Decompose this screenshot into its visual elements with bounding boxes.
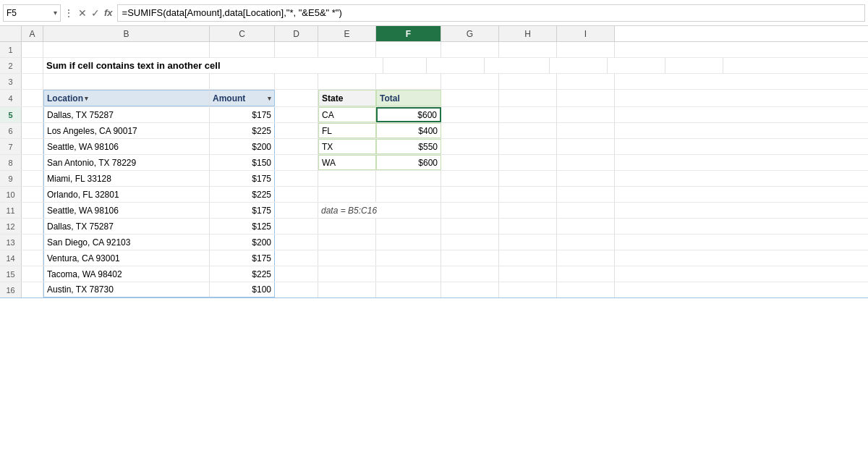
col-header-e[interactable]: E: [318, 26, 376, 41]
cell-i14[interactable]: [557, 250, 615, 266]
cell-d6[interactable]: [275, 123, 318, 138]
cell-e7[interactable]: TX: [318, 139, 376, 154]
cell-e6[interactable]: FL: [318, 123, 376, 138]
cell-d3[interactable]: [275, 74, 318, 89]
cell-c7[interactable]: $200: [210, 139, 275, 154]
cell-f3[interactable]: [376, 74, 441, 89]
formula-confirm-icon[interactable]: ✓: [91, 7, 100, 19]
cell-h1[interactable]: [499, 42, 557, 57]
cell-f8[interactable]: $600: [376, 155, 441, 170]
cell-b7[interactable]: Seattle, WA 98106: [43, 139, 210, 154]
cell-h6[interactable]: [499, 123, 557, 138]
cell-h9[interactable]: [499, 171, 557, 186]
cell-e9[interactable]: [318, 171, 376, 186]
cell-g9[interactable]: [441, 171, 499, 186]
cell-e5[interactable]: CA: [318, 107, 376, 122]
cell-h4[interactable]: [499, 90, 557, 106]
cell-b11[interactable]: Seattle, WA 98106: [43, 203, 210, 218]
formula-input[interactable]: =SUMIFS(data[Amount],data[Location],"*, …: [117, 4, 865, 22]
cell-i6[interactable]: [557, 123, 615, 138]
cell-b6[interactable]: Los Angeles, CA 90017: [43, 123, 210, 138]
cell-c16[interactable]: $100: [210, 282, 275, 297]
cell-c9[interactable]: $175: [210, 171, 275, 186]
cell-c11[interactable]: $175: [210, 203, 275, 218]
cell-a3[interactable]: [22, 74, 43, 89]
cell-h13[interactable]: [499, 235, 557, 250]
cell-a10[interactable]: [22, 187, 43, 202]
cell-b13[interactable]: San Diego, CA 92103: [43, 235, 210, 250]
cell-f2[interactable]: [485, 58, 550, 73]
cell-c12[interactable]: $125: [210, 219, 275, 234]
cell-b9[interactable]: Miami, FL 33128: [43, 171, 210, 186]
cell-i9[interactable]: [557, 171, 615, 186]
cell-g14[interactable]: [441, 250, 499, 266]
col-header-b[interactable]: B: [43, 26, 210, 41]
cell-d8[interactable]: [275, 155, 318, 170]
cell-g16[interactable]: [441, 282, 499, 297]
cell-a14[interactable]: [22, 250, 43, 266]
cell-d12[interactable]: [275, 219, 318, 234]
cell-b3[interactable]: [43, 74, 210, 89]
cell-c1[interactable]: [210, 42, 275, 57]
col-header-i[interactable]: I: [557, 26, 615, 41]
cell-f1[interactable]: [376, 42, 441, 57]
cell-b14[interactable]: Ventura, CA 93001: [43, 250, 210, 266]
cell-h7[interactable]: [499, 139, 557, 154]
cell-d11[interactable]: [275, 203, 318, 218]
col-header-c[interactable]: C: [210, 26, 275, 41]
cell-e4-state-header[interactable]: State: [318, 90, 376, 106]
cell-i15[interactable]: [557, 266, 615, 282]
cell-i10[interactable]: [557, 187, 615, 202]
cell-f13[interactable]: [376, 235, 441, 250]
cell-g2[interactable]: [550, 58, 608, 73]
cell-a4[interactable]: [22, 90, 43, 106]
cell-i7[interactable]: [557, 139, 615, 154]
col-header-h[interactable]: H: [499, 26, 557, 41]
col-header-d[interactable]: D: [275, 26, 318, 41]
cell-c4-amount-header[interactable]: Amount ▾: [210, 90, 275, 106]
cell-b16[interactable]: Austin, TX 78730: [43, 282, 210, 297]
cell-e3[interactable]: [318, 74, 376, 89]
cell-a1[interactable]: [22, 42, 43, 57]
col-header-f[interactable]: F: [376, 26, 441, 41]
cell-i16[interactable]: [557, 282, 615, 297]
col-header-g[interactable]: G: [441, 26, 499, 41]
cell-d1[interactable]: [275, 42, 318, 57]
cell-e14[interactable]: [318, 250, 376, 266]
cell-e13[interactable]: [318, 235, 376, 250]
cell-f12[interactable]: [376, 219, 441, 234]
cell-c13[interactable]: $200: [210, 235, 275, 250]
cell-b5[interactable]: Dallas, TX 75287: [43, 107, 210, 122]
cell-a12[interactable]: [22, 219, 43, 234]
cell-d16[interactable]: [275, 282, 318, 297]
cell-i4[interactable]: [557, 90, 615, 106]
cell-g13[interactable]: [441, 235, 499, 250]
cell-i5[interactable]: [557, 107, 615, 122]
cell-i3[interactable]: [557, 74, 615, 89]
location-dropdown-icon[interactable]: ▾: [85, 95, 88, 102]
cell-b4-location-header[interactable]: Location ▾: [43, 90, 210, 106]
cell-c5[interactable]: $175: [210, 107, 275, 122]
cell-g12[interactable]: [441, 219, 499, 234]
cell-e10[interactable]: [318, 187, 376, 202]
cell-i11[interactable]: [557, 203, 615, 218]
cell-c10[interactable]: $225: [210, 187, 275, 202]
cell-d2[interactable]: [383, 58, 427, 73]
amount-dropdown-icon[interactable]: ▾: [268, 95, 271, 102]
cell-i8[interactable]: [557, 155, 615, 170]
cell-h12[interactable]: [499, 219, 557, 234]
cell-h14[interactable]: [499, 250, 557, 266]
cell-c14[interactable]: $175: [210, 250, 275, 266]
cell-g15[interactable]: [441, 266, 499, 282]
cell-f16[interactable]: [376, 282, 441, 297]
cell-a8[interactable]: [22, 155, 43, 170]
cell-f5-active[interactable]: $600: [376, 107, 441, 122]
cell-b10[interactable]: Orlando, FL 32801: [43, 187, 210, 202]
cell-e16[interactable]: [318, 282, 376, 297]
cell-b15[interactable]: Tacoma, WA 98402: [43, 266, 210, 282]
cell-i2[interactable]: [665, 58, 723, 73]
cell-i13[interactable]: [557, 235, 615, 250]
cell-a9[interactable]: [22, 171, 43, 186]
cell-a16[interactable]: [22, 282, 43, 297]
cell-b2[interactable]: Sum if cell contains text in another cel…: [43, 58, 383, 73]
